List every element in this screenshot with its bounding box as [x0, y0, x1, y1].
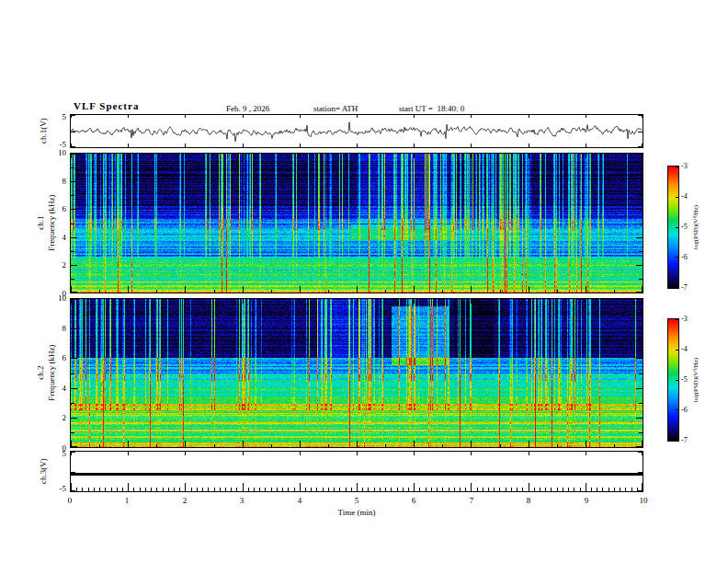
colorbar-ch1-canvas [668, 167, 678, 288]
freq-tick-label: 10 [44, 293, 66, 303]
freq-tick-label: 4 [44, 233, 66, 242]
time-tick-label: 10 [634, 496, 653, 505]
psd-tick-label: -6 [681, 253, 700, 262]
ch2-spectrogram-panel [70, 298, 643, 448]
freq-tick-label: 4 [44, 384, 66, 393]
ch3-volt-axis-label: ch.3(V) [38, 379, 49, 563]
psd-tick-label: -5 [681, 375, 700, 385]
time-tick-label: 0 [61, 496, 79, 505]
ch2-spectrogram-canvas [71, 299, 643, 447]
time-tick-label: 5 [347, 496, 366, 505]
freq-tick-label: 10 [44, 148, 66, 157]
psd-tick-label: -7 [681, 436, 700, 445]
psd-tick-label: -3 [681, 315, 700, 324]
ch1-spectrogram-canvas [71, 154, 643, 293]
figure-title: VLF Spectra [74, 100, 139, 111]
time-tick-label: 9 [577, 496, 596, 505]
ch1-waveform-canvas [71, 115, 643, 147]
volt-tick-label: -5 [44, 484, 66, 493]
ch1-waveform-panel [70, 114, 643, 148]
start-ut-label: start UT = 18:40: 0 [399, 104, 464, 113]
station-label: station= ATH [313, 104, 358, 113]
colorbar-ch2 [667, 318, 679, 442]
vlf-spectra-figure: VLF Spectra Feb. 9 , 2026 station= ATH s… [0, 0, 728, 563]
time-tick-label: 4 [290, 496, 309, 505]
psd-tick-label: -6 [681, 406, 700, 415]
psd-tick-label: -5 [681, 223, 700, 232]
freq-tick-label: 8 [44, 177, 66, 186]
time-tick-label: 8 [519, 496, 538, 505]
volt-tick-label: -5 [44, 140, 66, 149]
time-tick-label: 7 [462, 496, 481, 505]
freq-tick-label: 8 [44, 324, 66, 333]
ch1-spectrogram-panel [70, 153, 643, 293]
volt-tick-label: 5 [44, 112, 66, 121]
psd-tick-label: -7 [681, 283, 700, 293]
freq-tick-label: 2 [44, 260, 66, 270]
volt-tick-label: 5 [44, 449, 66, 458]
freq-tick-label: 6 [44, 353, 66, 362]
freq-tick-label: 6 [44, 204, 66, 213]
ch3-waveform-canvas [71, 452, 643, 491]
freq-tick-label: 2 [44, 413, 66, 422]
time-tick-label: 3 [233, 496, 251, 505]
time-tick-label: 6 [404, 496, 423, 505]
psd-tick-label: -4 [681, 345, 700, 354]
time-tick-label: 1 [118, 496, 136, 505]
colorbar-ch2-canvas [668, 319, 678, 441]
time-tick-label: 2 [176, 496, 194, 505]
ch3-waveform-panel [70, 451, 643, 492]
time-axis-label: Time (min) [320, 508, 393, 517]
psd-tick-label: -3 [681, 162, 700, 171]
colorbar-ch1 [667, 166, 679, 289]
date-label: Feb. 9 , 2026 [226, 104, 269, 113]
psd-tick-label: -4 [681, 192, 700, 201]
